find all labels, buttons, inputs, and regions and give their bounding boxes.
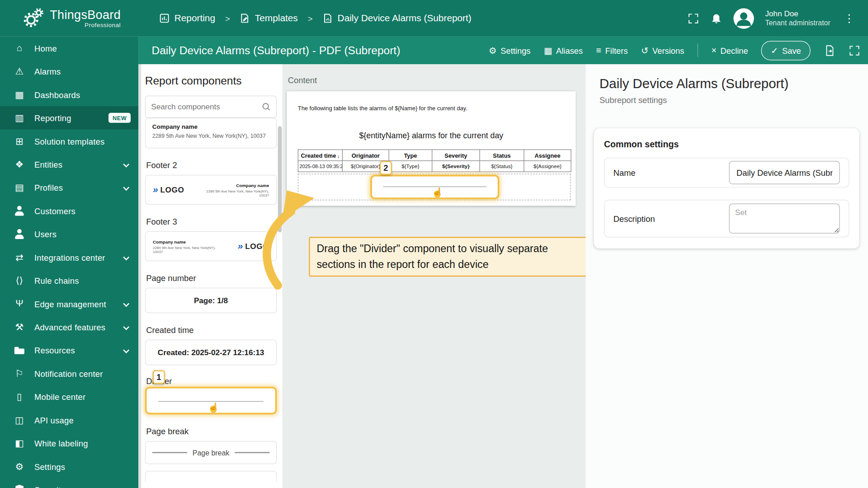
save-button-label: Save xyxy=(782,46,801,55)
search-components-input[interactable] xyxy=(151,103,262,112)
sidebar-item-label: Solution templates xyxy=(34,136,105,146)
component-label-page-break: Page break xyxy=(146,427,276,436)
column-header-originator: Originator xyxy=(342,150,389,160)
alarms-table: Created time↓ Originator Type Severity S… xyxy=(298,150,571,172)
settings-icon: ⚙ xyxy=(12,460,27,472)
decline-button[interactable]: × Decline xyxy=(711,45,748,55)
sidebar-item-alarms[interactable]: ⚠ Alarms xyxy=(0,60,138,83)
dashboards-icon: ▦ xyxy=(12,89,27,101)
breadcrumb-separator: > xyxy=(308,14,313,23)
sidebar-item-home[interactable]: ⌂ Home xyxy=(0,37,138,60)
component-company-name[interactable]: Company name 2289 5th Ave New York, New … xyxy=(145,118,277,148)
sidebar-item-profiles[interactable]: ▤ Profiles xyxy=(0,176,138,199)
thingsboard-logo[interactable]: ThingsBoard Professional xyxy=(0,7,138,29)
sidebar-item-mobile-center[interactable]: ▯ Mobile center xyxy=(0,385,138,408)
sidebar-item-edge-management[interactable]: Ψ Edge management xyxy=(0,292,138,315)
content-pane: Content The following table lists the al… xyxy=(282,64,585,488)
component-footer3[interactable]: Company name 2289 5th Ave New York, New … xyxy=(145,231,277,261)
description-input[interactable] xyxy=(729,204,840,234)
chevron-down-icon xyxy=(123,300,129,307)
footer-logo: » LOGO xyxy=(238,241,269,252)
white-labeling-icon: ◧ xyxy=(12,437,27,449)
sidebar-item-notification-center[interactable]: ⚐ Notification center xyxy=(0,362,138,385)
logo-swoosh-icon: » xyxy=(238,241,243,252)
footer-logo: » LOGO xyxy=(153,184,184,195)
report-table-title: ${entityName} alarms for the current day xyxy=(287,131,576,140)
filters-button[interactable]: ≡ Filters xyxy=(596,45,628,55)
footer-company-name: Company name xyxy=(203,183,269,188)
dragged-divider-component[interactable]: ☝ xyxy=(370,175,499,199)
cell-severity: ${Severity} xyxy=(432,161,480,172)
breadcrumb-item-templates[interactable]: Templates xyxy=(240,13,298,23)
sidebar-item-reporting[interactable]: ▥ Reporting NEW xyxy=(0,106,138,129)
panel-title: Report components xyxy=(145,75,277,87)
sidebar-item-dashboards[interactable]: ▦ Dashboards xyxy=(0,83,138,106)
component-divider[interactable]: ☝ xyxy=(145,387,277,414)
column-header-label: Created time xyxy=(301,152,336,159)
divider-drop-zone[interactable]: ☝ xyxy=(298,174,571,200)
sidebar-item-advanced-features[interactable]: ⚒ Advanced features xyxy=(0,315,138,338)
cell-status: ${Status} xyxy=(480,161,524,172)
brand-name: ThingsBoard xyxy=(50,8,121,21)
filters-button-label: Filters xyxy=(605,46,628,55)
component-partial-card[interactable] xyxy=(145,471,277,482)
sidebar-item-label: Security xyxy=(34,485,65,488)
sidebar-item-settings[interactable]: ⚙ Settings xyxy=(0,455,138,478)
settings-button[interactable]: ⚙ Settings xyxy=(489,45,531,56)
api-usage-icon: ◫ xyxy=(12,414,27,426)
page-break-line xyxy=(235,452,269,453)
avatar[interactable] xyxy=(734,8,754,28)
name-input[interactable] xyxy=(729,161,840,184)
sidebar-item-solution-templates[interactable]: ⊞ Solution templates xyxy=(0,130,138,153)
sidebar-item-users[interactable]: Users xyxy=(0,222,138,245)
step-badge-2: 2 xyxy=(380,161,392,175)
breadcrumb-label: Daily Device Alarms (Subreport) xyxy=(338,13,472,23)
content-section-label: Content xyxy=(288,75,586,85)
fullscreen-button[interactable] xyxy=(688,13,699,24)
toolbar-actions: ⚙ Settings ▦ Aliases ≡ Filters ↺ Version… xyxy=(489,41,860,60)
component-footer2[interactable]: » LOGO Company name 2289 5th Ave New Yor… xyxy=(145,175,277,205)
report-toolbar: Daily Device Alarms (Subreport) - PDF (S… xyxy=(138,37,868,64)
report-preview-page: The following table lists the alarms of … xyxy=(287,91,576,206)
expand-editor-button[interactable] xyxy=(849,45,860,56)
page: ThingsBoard Professional Reporting > Tem… xyxy=(0,0,868,488)
components-scrollbar-thumb[interactable] xyxy=(278,126,282,232)
chevron-down-icon xyxy=(123,347,129,353)
aliases-button[interactable]: ▦ Aliases xyxy=(544,45,583,56)
sidebar-scrollbar[interactable] xyxy=(138,37,141,488)
company-name-title: Company name xyxy=(152,123,270,130)
sidebar-item-label: Entities xyxy=(34,160,62,169)
name-field-row: Name xyxy=(604,158,849,188)
instruction-callout: Drag the "Divider" component to visually… xyxy=(309,237,593,277)
sidebar-item-resources[interactable]: Resources xyxy=(0,338,138,361)
column-header-created-time[interactable]: Created time↓ xyxy=(298,150,342,160)
sidebar-item-label: Dashboards xyxy=(34,90,80,99)
notifications-button[interactable] xyxy=(710,12,722,24)
sidebar-item-security[interactable]: Security xyxy=(0,478,138,488)
subreport-details-pane: Daily Device Alarms (Subreport) Subrepor… xyxy=(586,64,868,488)
more-menu-button[interactable]: ⋮ xyxy=(841,12,857,25)
versions-button[interactable]: ↺ Versions xyxy=(641,45,684,56)
sidebar-item-rule-chains[interactable]: ⟨⟩ Rule chains xyxy=(0,269,138,292)
component-page-number[interactable]: Page: 1/8 xyxy=(145,288,277,313)
sidebar-item-api-usage[interactable]: ◫ API usage xyxy=(0,408,138,432)
breadcrumb-item-reporting[interactable]: Reporting xyxy=(160,13,215,23)
thingsboard-logo-icon xyxy=(22,7,44,29)
sidebar-item-entities[interactable]: ❖ Entities xyxy=(0,153,138,176)
sidebar-item-label: Edge management xyxy=(34,299,106,309)
sidebar-item-integrations-center[interactable]: ⇄ Integrations center xyxy=(0,246,138,269)
sidebar-item-label: Advanced features xyxy=(34,322,105,332)
fullscreen-icon xyxy=(688,13,699,24)
component-created-time[interactable]: Created: 2025-02-27 12:16:13 xyxy=(145,340,277,365)
hand-cursor-icon: ☝ xyxy=(208,402,219,413)
cell-assignee: ${Assignee} xyxy=(524,161,571,172)
component-page-break[interactable]: Page break xyxy=(145,441,277,464)
sidebar-item-customers[interactable]: Customers xyxy=(0,199,138,222)
save-button[interactable]: ✓ Save xyxy=(761,41,811,60)
resources-icon xyxy=(12,345,27,356)
export-pdf-button[interactable] xyxy=(824,45,835,56)
search-icon xyxy=(262,103,271,112)
sidebar-item-white-labeling[interactable]: ◧ White labeling xyxy=(0,432,138,455)
sidebar-item-label: Integrations center xyxy=(34,253,105,262)
component-label-created-time: Created time xyxy=(146,325,276,335)
